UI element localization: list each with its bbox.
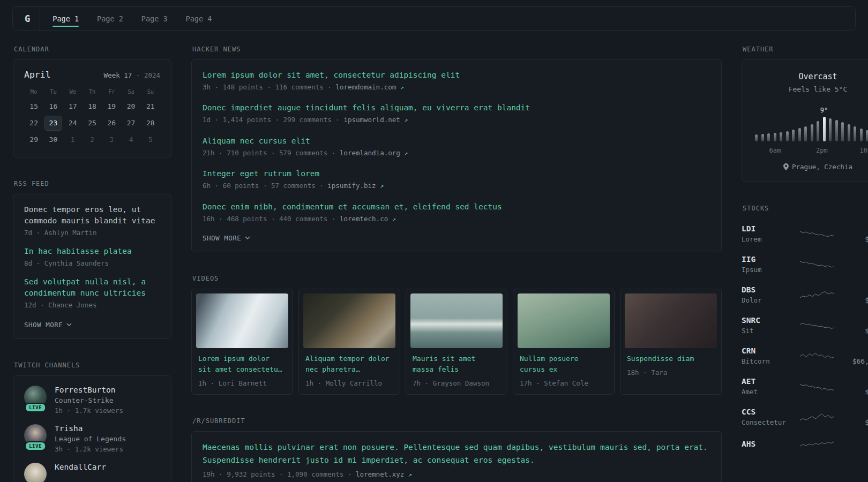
domain-link[interactable]: ipsumworld.net <box>343 116 400 124</box>
twitch-channel-row[interactable]: LIVE ForrestBurton Counter-Strike 1h · 1… <box>24 386 160 415</box>
videos-row: Lorem ipsum dolor sit amet consectetu… 1… <box>191 289 722 395</box>
stock-name: Amet <box>742 388 791 396</box>
hackernews-item-link[interactable]: Donec imperdiet augue tincidunt felis al… <box>203 102 710 114</box>
video-title-link[interactable]: Nullam posuere cursus ex <box>520 353 608 375</box>
rss-item-link[interactable]: In hac habitasse platea <box>24 246 160 257</box>
weather-hour-bar <box>854 126 856 141</box>
calendar-day: 4 <box>122 132 139 147</box>
video-meta: 17h · Stefan Cole <box>520 379 608 387</box>
video-meta: 1h · Molly Carrillo <box>305 379 393 387</box>
stock-change: +4.35% <box>843 225 868 233</box>
rss-item-link[interactable]: Sed volutpat nulla nisl, a condimentum n… <box>24 276 160 299</box>
meta-text: 6h · 60 points · 57 comments · <box>203 182 327 190</box>
calendar-month: April <box>24 70 51 80</box>
video-title-link[interactable]: Suspendisse diam <box>627 353 715 364</box>
twitch-channel-row[interactable]: LIVE Trisha League of Legends 3h · 1.2k … <box>24 424 160 453</box>
rss-section-title: RSS FEED <box>14 180 171 187</box>
calendar-day-header: Mo <box>24 88 43 95</box>
channel-avatar: LIVE <box>24 424 47 447</box>
weather-hour-bar <box>848 124 850 141</box>
video-thumbnail[interactable] <box>625 293 717 348</box>
stock-row[interactable]: IIGIpsum +2.84%$42.04 <box>742 249 868 280</box>
stock-sparkline <box>791 349 843 363</box>
stock-row[interactable]: LDILorem +4.35%$795.18 <box>742 219 868 249</box>
video-thumbnail[interactable] <box>518 293 610 348</box>
weather-widget: WEATHER Overcast Feels like 5°C 9° 6am 2… <box>742 46 868 182</box>
channel-category: League of Legends <box>55 435 126 443</box>
hackernews-item-link[interactable]: Donec enim nibh, condimentum et accumsan… <box>203 201 710 213</box>
meta-text: 3h · 148 points · 116 comments · <box>203 83 335 91</box>
calendar-day: 20 <box>122 99 139 114</box>
stock-symbol: DBS <box>742 285 791 294</box>
stock-row[interactable]: SNRCSit +1.36%$148.64 <box>742 310 868 341</box>
video-title-link[interactable]: Mauris sit amet massa felis <box>413 353 500 375</box>
twitch-channel-row[interactable]: KendallCarr <box>24 463 160 482</box>
app-logo[interactable]: G <box>25 13 40 24</box>
channel-category: Counter-Strike <box>55 396 123 404</box>
video-title-link[interactable]: Lorem ipsum dolor sit amet consectetu… <box>198 353 286 375</box>
stock-price: $42.04 <box>843 266 868 274</box>
hackernews-item-link[interactable]: Integer eget rutrum lorem <box>203 168 710 179</box>
calendar-day: 5 <box>142 132 159 147</box>
rss-item-meta: 8d · Cynthia Saunders <box>24 259 160 268</box>
hackernews-item-link[interactable]: Lorem ipsum dolor sit amet, consectetur … <box>203 70 710 81</box>
hackernews-item-meta: 6h · 60 points · 57 comments · ipsumify.… <box>203 181 710 191</box>
hackernews-section-title: HACKER NEWS <box>192 46 722 53</box>
video-thumbnail[interactable] <box>410 293 503 348</box>
rss-item-link[interactable]: Donec tempor eros leo, ut commodo mauris… <box>24 204 160 227</box>
video-title-link[interactable]: Aliquam tempor dolor nec pharetra… <box>305 353 393 375</box>
subreddit-post-meta: 19h · 9,932 points · 1,090 comments · lo… <box>203 470 710 479</box>
tab-page-4[interactable]: Page 4 <box>177 7 221 30</box>
hackernews-item-meta: 16h · 468 points · 440 comments · loremt… <box>203 214 710 224</box>
stock-row[interactable]: AETAmet +0.92%$499.72 <box>742 371 868 402</box>
channel-avatar <box>24 463 47 482</box>
domain-link[interactable]: loremnet.xyz <box>356 470 404 478</box>
stock-row[interactable]: DBSDolor +1.42%$156.28 <box>742 280 868 310</box>
subreddit-post-link[interactable]: Maecenas mollis pulvinar erat non posuer… <box>203 441 710 466</box>
meta-text: 16h · 468 points · 440 comments · <box>203 215 340 223</box>
domain-link[interactable]: loremdomain.com <box>335 83 396 91</box>
weather-current-hour-bar: 9° <box>823 117 826 141</box>
domain-link[interactable]: ipsumify.biz <box>327 182 376 190</box>
tab-page-2[interactable]: Page 2 <box>88 7 132 30</box>
hackernews-show-more-button[interactable]: SHOW MORE <box>203 234 250 242</box>
stock-symbol: CCS <box>742 408 791 416</box>
subreddit-widget: /R/SUBREDDIT Maecenas mollis pulvinar er… <box>191 417 722 482</box>
weather-hour-bar <box>817 121 819 141</box>
domain-link[interactable]: loremlandia.org <box>340 149 400 157</box>
live-badge: LIVE <box>25 403 46 412</box>
rss-show-more-button[interactable]: SHOW MORE <box>24 321 72 329</box>
twitch-widget: TWITCH CHANNELS LIVE ForrestBurton Count… <box>13 362 171 482</box>
left-column: CALENDAR April Week 17 · 2024 MoTuWeThFr… <box>13 46 171 482</box>
stock-price: $165.84 <box>843 418 868 426</box>
channel-info: KendallCarr <box>55 463 106 482</box>
weather-location-label: Prague, Czechia <box>792 163 852 171</box>
stock-price: $499.72 <box>843 388 868 396</box>
domain-link[interactable]: loremtech.co <box>340 215 388 223</box>
calendar-card: April Week 17 · 2024 MoTuWeThFrSaSu 1516… <box>13 59 171 157</box>
tab-page-3[interactable]: Page 3 <box>132 7 177 30</box>
video-thumbnail[interactable] <box>303 293 395 348</box>
channel-info: Trisha League of Legends 3h · 1.2k viewe… <box>55 424 126 453</box>
subreddit-post: Maecenas mollis pulvinar erat non posuer… <box>203 441 710 479</box>
stock-sparkline <box>791 380 843 394</box>
video-thumbnail[interactable] <box>196 293 288 348</box>
channel-avatar: LIVE <box>24 386 47 408</box>
stock-row[interactable]: AHS +0.46% <box>742 432 868 458</box>
location-pin-icon <box>783 163 789 170</box>
stock-symbol: AHS <box>742 440 791 448</box>
hackernews-item: Donec imperdiet augue tincidunt felis al… <box>203 102 710 125</box>
calendar-day: 24 <box>64 116 81 131</box>
tab-page-1[interactable]: Page 1 <box>43 7 88 30</box>
calendar-day: 17 <box>64 99 81 114</box>
stock-row[interactable]: CRNBitcorn -1.00%$66,171.48 <box>742 341 868 371</box>
header-divider <box>40 7 40 30</box>
stock-name: Ipsum <box>742 266 791 274</box>
hackernews-item-link[interactable]: Aliquam nec cursus elit <box>203 135 710 147</box>
stock-symbol: AET <box>742 377 791 386</box>
rss-item: In hac habitasse platea 8d · Cynthia Sau… <box>24 246 160 268</box>
stock-row[interactable]: CCSConsectetur +0.51%$165.84 <box>742 402 868 432</box>
calendar-day-header: We <box>63 88 83 95</box>
external-link-icon: ↗ <box>380 182 384 190</box>
weather-hour-bar <box>866 130 868 141</box>
